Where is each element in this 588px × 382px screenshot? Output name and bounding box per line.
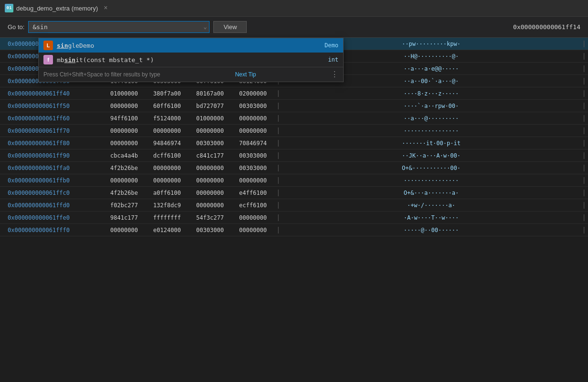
memory-row: 0x000000000061ff6094ff6100f5124000010000…	[0, 112, 588, 125]
data-cell: f5124000	[146, 114, 189, 123]
memory-row: 0x000000000061fff000000000e0124000003030…	[0, 224, 588, 236]
separator-end: |	[580, 53, 588, 60]
addr-cell: 0x000000000061ff40	[0, 89, 103, 98]
goto-input-wrapper: ⌄	[28, 21, 210, 33]
data-cell: 00000000	[146, 126, 189, 136]
data-cell: 132f8dc9	[146, 201, 189, 210]
data-cell: 00303000	[231, 163, 274, 173]
data-cell: ecff6100	[231, 201, 274, 210]
data-cell: 00000000	[231, 213, 274, 223]
data-cell: bd727077	[189, 101, 231, 111]
addr-cell: 0x000000000061ff90	[0, 151, 103, 160]
data-cell: 9841c177	[103, 213, 146, 223]
memory-row: 0x000000000061ffa04f2b26be00000000000000…	[0, 162, 588, 174]
memory-row: 0x000000000061ffc04f2b26bea0ff6100000000…	[0, 187, 588, 199]
separator: |	[274, 152, 282, 159]
data-cell: ffffffff	[146, 213, 189, 223]
item-prefix-1: mb	[57, 56, 64, 64]
ascii-cell: ·····@··00······	[282, 225, 580, 235]
data-cell: 00303000	[189, 138, 231, 148]
separator-end: |	[580, 152, 588, 159]
separator: |	[274, 102, 282, 110]
data-cell: 54f3c277	[189, 213, 231, 223]
data-cell: dcff6100	[146, 151, 189, 160]
separator-end: |	[580, 115, 588, 122]
separator: |	[274, 189, 282, 197]
data-cell: 4f2b26be	[103, 188, 146, 198]
next-tip-button[interactable]: Next Tip	[235, 71, 256, 78]
data-cell: 00000000	[189, 201, 231, 210]
data-cell: 00000000	[103, 176, 146, 185]
data-cell: 00000000	[189, 176, 231, 185]
memory-row: 0x000000000061ff4001000000380f7a0080167a…	[0, 87, 588, 100]
addr-cell: 0x000000000061ff70	[0, 126, 103, 136]
separator-end: |	[580, 214, 588, 222]
data-cell: e4ff6100	[231, 188, 274, 198]
data-cell: 94846974	[146, 138, 189, 148]
item-type-0: Demo	[325, 42, 338, 49]
data-cell: 00000000	[103, 101, 146, 111]
ascii-cell: ················	[282, 176, 580, 185]
addr-cell: 0x000000000061ffa0	[0, 163, 103, 173]
separator-end: |	[580, 139, 588, 147]
addr-cell: 0x000000000061ff60	[0, 114, 103, 123]
data-cell: 80167a00	[189, 89, 231, 98]
ascii-cell: ·A·w····T··w····	[282, 213, 580, 223]
item-match-1: sin	[64, 56, 75, 64]
data-cell: 00000000	[103, 225, 146, 235]
separator-end: |	[580, 189, 588, 197]
autocomplete-dropdown: L singleDemo Demo f mbsinit(const mbstat…	[38, 38, 344, 82]
memory-row: 0x000000000061ff90cbca4a4bdcff6100c841c1…	[0, 149, 588, 162]
data-cell: 01000000	[103, 89, 146, 98]
data-cell: 00000000	[189, 163, 231, 173]
app-icon: 01	[5, 4, 13, 12]
item-suffix-1: it(const mbstate_t *)	[75, 56, 154, 64]
data-cell: 02000000	[231, 89, 274, 98]
separator-end: |	[580, 226, 588, 234]
item-icon-1: f	[43, 55, 53, 64]
ascii-cell: ·+w·/·······a·	[282, 201, 580, 210]
data-cell: 00000000	[231, 126, 274, 136]
item-name-0: singleDemo	[57, 42, 325, 49]
data-cell: 94ff6100	[103, 114, 146, 123]
goto-input[interactable]	[28, 21, 210, 33]
memory-row: 0x000000000061ffd0f02bc277132f8dc9000000…	[0, 199, 588, 212]
separator: |	[274, 127, 282, 135]
data-cell: c841c177	[189, 151, 231, 160]
data-cell: 00000000	[231, 114, 274, 123]
addr-cell: 0x000000000061ffc0	[0, 188, 103, 198]
tip-text: Press Ctrl+Shift+Space to filter results…	[43, 71, 160, 78]
separator-end: |	[580, 164, 588, 172]
addr-cell: 0x000000000061ff80	[0, 138, 103, 148]
data-cell: 00000000	[146, 176, 189, 185]
ascii-cell: ····8·z···z·····	[282, 89, 580, 98]
autocomplete-item-1[interactable]: f mbsinit(const mbstate_t *) int	[39, 53, 343, 67]
separator: |	[274, 202, 282, 209]
separator-end: |	[580, 202, 588, 209]
autocomplete-item-0[interactable]: L singleDemo Demo	[39, 38, 343, 53]
item-name-1: mbsinit(const mbstate_t *)	[57, 56, 328, 64]
ascii-cell: ··a···@·········	[282, 114, 580, 123]
memory-row: 0x000000000061ffe09841c177ffffffff54f3c2…	[0, 212, 588, 224]
data-cell: 60ff6100	[146, 101, 189, 111]
more-options-icon[interactable]: ⋮	[331, 70, 338, 79]
data-cell: 00000000	[146, 163, 189, 173]
data-cell: 00000000	[189, 126, 231, 136]
data-cell: 00000000	[231, 225, 274, 235]
item-icon-0: L	[43, 41, 53, 50]
close-button[interactable]: ×	[102, 3, 109, 13]
toolbar: Go to: ⌄ View 0x000000000061ff14 L singl…	[0, 17, 588, 38]
data-cell: 00000000	[189, 188, 231, 198]
data-cell: 00000000	[231, 176, 274, 185]
data-cell: e0124000	[146, 225, 189, 235]
addr-cell: 0x000000000061ffb0	[0, 176, 103, 185]
separator-end: |	[580, 90, 588, 97]
separator-end: |	[580, 102, 588, 110]
item-type-1: int	[328, 56, 338, 63]
separator: |	[274, 139, 282, 147]
view-button[interactable]: View	[213, 21, 247, 33]
separator: |	[274, 177, 282, 184]
data-cell: 00000000	[103, 126, 146, 136]
memory-content[interactable]: 0x000000000061ff0c5f545455a55555551e5555…	[0, 38, 588, 382]
memory-row: 0x000000000061ff500000000060ff6100bd7270…	[0, 100, 588, 112]
